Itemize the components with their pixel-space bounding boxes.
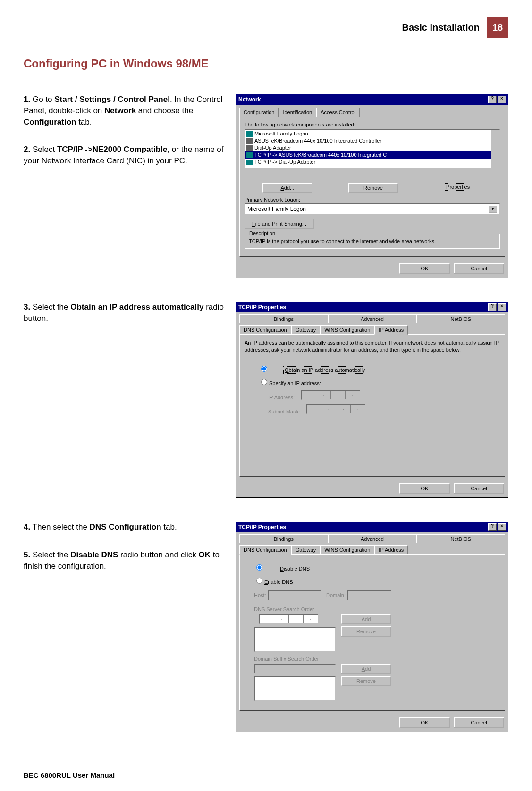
step-bold: DNS Configuration bbox=[90, 522, 161, 531]
tab-configuration[interactable]: Configuration bbox=[239, 108, 279, 117]
dns-ip-field: ... bbox=[259, 614, 319, 624]
tab-wins[interactable]: WINS Configuration bbox=[320, 545, 374, 554]
step-bold: TCP/IP ->NE2000 Compatible bbox=[57, 145, 168, 154]
suffix-add-button: Add bbox=[341, 664, 391, 674]
titlebar: Network ? × bbox=[236, 94, 508, 105]
add-button[interactable]: AAdd...dd... bbox=[262, 183, 312, 193]
close-icon[interactable]: × bbox=[498, 523, 506, 531]
ok-button[interactable]: OK bbox=[399, 717, 450, 728]
installed-label: The following network components are ins… bbox=[245, 122, 500, 127]
component-list[interactable]: Microsoft Family Logon ASUSTeK/Broadcom … bbox=[245, 129, 500, 169]
obtain-ip-radio[interactable] bbox=[261, 366, 267, 372]
section-heading: Configuring PC in Windows 98/ME bbox=[24, 57, 508, 70]
file-print-sharing-button[interactable]: File and Print Sharing... bbox=[245, 219, 314, 229]
list-item[interactable]: ASUSTeK/Broadcom 440x 10/100 Integrated … bbox=[245, 137, 499, 144]
dns-add-button: Add bbox=[341, 614, 391, 624]
step-1: 1. Go to Start / Settings / Control Pane… bbox=[24, 94, 227, 127]
description-text: TCP/IP is the protocol you use to connec… bbox=[249, 238, 496, 244]
tab-dns-config[interactable]: DNS Configuration bbox=[239, 325, 291, 334]
close-icon[interactable]: × bbox=[498, 303, 506, 311]
disable-dns-radio[interactable] bbox=[256, 564, 262, 571]
chevron-down-icon[interactable]: ▼ bbox=[489, 205, 497, 213]
step-3: 3. Select the Obtain an IP address autom… bbox=[24, 302, 227, 324]
tab-dns-config[interactable]: DNS Configuration bbox=[239, 545, 291, 555]
step-bold: Disable DNS bbox=[70, 550, 118, 559]
host-input bbox=[268, 590, 321, 601]
cancel-button[interactable]: Cancel bbox=[454, 263, 504, 274]
tab-ip-address[interactable]: IP Address bbox=[374, 545, 408, 554]
domain-label: Domain: bbox=[326, 592, 346, 598]
step-bold: OK bbox=[198, 550, 211, 559]
step-4: 4. Then select the DNS Configuration tab… bbox=[24, 522, 227, 533]
step-text: Go to bbox=[33, 95, 54, 104]
help-icon[interactable]: ? bbox=[488, 523, 497, 531]
dns-list bbox=[254, 627, 336, 652]
step-bold: Obtain an IP address automatically bbox=[70, 303, 203, 311]
step-num: 2. bbox=[24, 145, 30, 154]
mask-label: Subnet Mask: bbox=[268, 409, 300, 414]
tcpip-dns-dialog: TCP/IP Properties ? × Bindings Advanced … bbox=[236, 522, 508, 732]
properties-button[interactable]: Properties bbox=[434, 183, 482, 193]
list-item-selected[interactable]: TCP/IP -> ASUSTeK/Broadcom 440x 10/100 I… bbox=[245, 151, 499, 159]
footer-text: BEC 6800RUL User Manual bbox=[24, 771, 115, 779]
logon-label: Primary Network Logon: bbox=[245, 197, 500, 202]
scrollbar-h[interactable] bbox=[245, 171, 500, 179]
suffix-input bbox=[254, 664, 336, 674]
suffix-label: Domain Suffix Search Order bbox=[254, 656, 500, 662]
domain-input bbox=[347, 590, 391, 601]
tab-advanced[interactable]: Advanced bbox=[328, 314, 417, 323]
logon-dropdown[interactable]: Microsoft Family Logon ▼ bbox=[245, 203, 500, 215]
titlebar: TCP/IP Properties ? × bbox=[236, 522, 508, 532]
close-icon[interactable]: × bbox=[498, 96, 506, 103]
step-text: and choose the bbox=[136, 106, 193, 115]
step-bold: Configuration bbox=[24, 118, 76, 126]
cancel-button[interactable]: Cancel bbox=[454, 717, 504, 728]
cancel-button[interactable]: Cancel bbox=[454, 483, 504, 494]
enable-dns-radio[interactable] bbox=[256, 578, 262, 584]
scrollbar[interactable] bbox=[491, 130, 499, 168]
list-item[interactable]: Dial-Up Adapter bbox=[245, 144, 499, 151]
suffix-remove-button: Remove bbox=[341, 676, 391, 686]
tab-netbios[interactable]: NetBIOS bbox=[416, 314, 505, 323]
list-item[interactable]: Microsoft Family Logon bbox=[245, 130, 499, 137]
step-num: 3. bbox=[24, 303, 30, 311]
window-title: Network bbox=[238, 96, 261, 103]
tab-gateway[interactable]: Gateway bbox=[291, 325, 320, 334]
step-text: Select bbox=[33, 145, 57, 154]
ok-button[interactable]: OK bbox=[399, 483, 450, 494]
remove-button[interactable]: Remove bbox=[348, 183, 398, 193]
step-5: 5. Select the Disable DNS radio button a… bbox=[24, 549, 227, 572]
window-title: TCP/IP Properties bbox=[238, 304, 286, 311]
ip-intro: An IP address can be automatically assig… bbox=[245, 339, 500, 353]
suffix-list bbox=[254, 676, 336, 701]
step-bold: Start / Settings / Control Panel bbox=[54, 95, 170, 104]
ok-button[interactable]: OK bbox=[399, 263, 450, 274]
step-num: 5. bbox=[24, 550, 30, 559]
tab-advanced[interactable]: Advanced bbox=[328, 534, 417, 543]
specify-ip-radio[interactable] bbox=[261, 379, 267, 385]
tab-wins[interactable]: WINS Configuration bbox=[320, 325, 374, 334]
step-2: 2. Select TCP/IP ->NE2000 Compatible, or… bbox=[24, 144, 227, 167]
tab-ip-address[interactable]: IP Address bbox=[374, 325, 408, 335]
step-text: tab. bbox=[161, 522, 177, 531]
list-item[interactable]: TCP/IP -> Dial-Up Adapter bbox=[245, 159, 499, 166]
step-num: 4. bbox=[24, 522, 30, 531]
step-text: radio button and click bbox=[118, 550, 198, 559]
dropdown-value: Microsoft Family Logon bbox=[247, 206, 306, 212]
tab-bindings[interactable]: Bindings bbox=[239, 314, 328, 323]
step-text: tab. bbox=[76, 118, 92, 126]
help-icon[interactable]: ? bbox=[488, 303, 497, 311]
tab-access-control[interactable]: Access Control bbox=[316, 108, 360, 117]
tab-netbios[interactable]: NetBIOS bbox=[416, 534, 505, 543]
tab-gateway[interactable]: Gateway bbox=[291, 545, 320, 554]
help-icon[interactable]: ? bbox=[488, 96, 497, 103]
titlebar: TCP/IP Properties ? × bbox=[236, 302, 508, 312]
dns-order-label: DNS Server Search Order bbox=[254, 606, 500, 612]
header-section: Basic Installation bbox=[402, 22, 480, 33]
step-text: Select the bbox=[33, 303, 70, 311]
tab-bindings[interactable]: Bindings bbox=[239, 534, 328, 543]
window-title: TCP/IP Properties bbox=[238, 524, 286, 530]
network-dialog: Network ? × Configuration Identification… bbox=[236, 94, 508, 278]
step-num: 1. bbox=[24, 95, 30, 104]
tab-identification[interactable]: Identification bbox=[279, 108, 316, 117]
